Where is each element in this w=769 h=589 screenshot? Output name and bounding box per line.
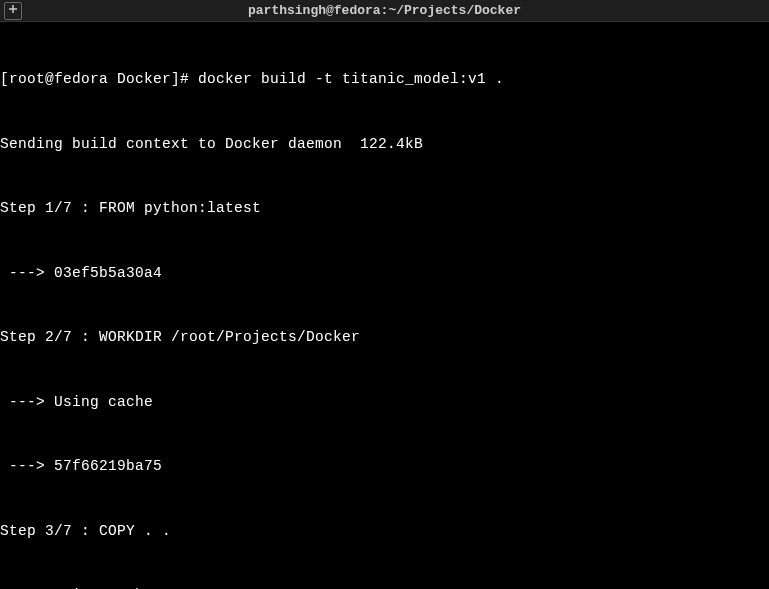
terminal-line: ---> Using cache <box>0 585 769 589</box>
terminal-line: ---> 57f66219ba75 <box>0 456 769 478</box>
terminal-line: Step 3/7 : COPY . . <box>0 521 769 543</box>
terminal-line: Sending build context to Docker daemon 1… <box>0 134 769 156</box>
titlebar: parthsingh@fedora:~/Projects/Docker <box>0 0 769 22</box>
terminal-line: Step 1/7 : FROM python:latest <box>0 198 769 220</box>
terminal-output[interactable]: [root@fedora Docker]# docker build -t ti… <box>0 22 769 589</box>
plus-icon <box>7 3 19 19</box>
new-tab-button[interactable] <box>4 2 22 20</box>
terminal-line: [root@fedora Docker]# docker build -t ti… <box>0 69 769 91</box>
terminal-line: ---> 03ef5b5a30a4 <box>0 263 769 285</box>
terminal-line: Step 2/7 : WORKDIR /root/Projects/Docker <box>0 327 769 349</box>
terminal-line: ---> Using cache <box>0 392 769 414</box>
window-title: parthsingh@fedora:~/Projects/Docker <box>248 3 521 18</box>
